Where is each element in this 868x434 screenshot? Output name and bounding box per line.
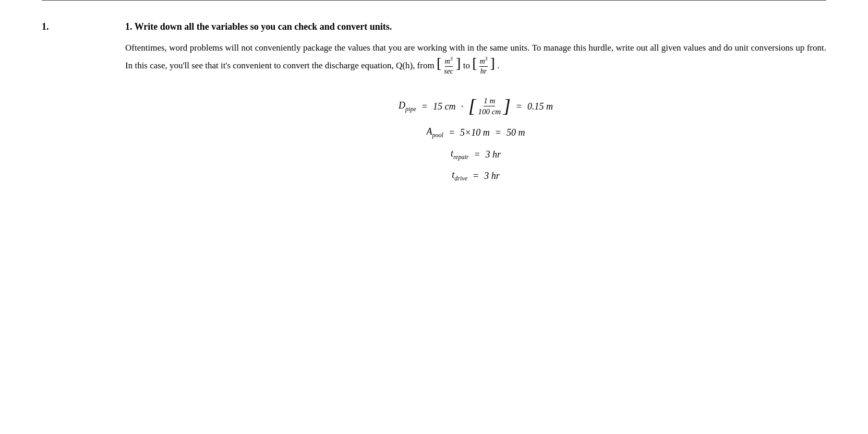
page-container: 1. 1. Write down all the variables so yo… bbox=[0, 0, 868, 434]
section-content: 1. Write down all the variables so you c… bbox=[125, 21, 826, 191]
equation-dpipe: Dpipe = 15 cm · [ 1 m 100 cm ] = 0.15 m bbox=[399, 96, 553, 116]
eq-apool-equals-1: = bbox=[449, 128, 455, 137]
section-1: 1. 1. Write down all the variables so yo… bbox=[42, 21, 826, 191]
eq-dot: · bbox=[461, 102, 463, 111]
fraction-2-den: hr bbox=[480, 67, 487, 76]
eq-tdrive-equals: = bbox=[473, 171, 479, 180]
eq-trepair-result: 3 hr bbox=[486, 150, 501, 159]
fraction-2: m3hr bbox=[478, 56, 489, 76]
fraction-1: m3sec bbox=[442, 56, 455, 76]
eq-dpipe-lhs: Dpipe bbox=[399, 101, 416, 112]
eq-apool-lhs: Apool bbox=[427, 127, 443, 138]
bracket-left-1: [ bbox=[437, 55, 441, 71]
eq-apool-5x10: 5×10 m bbox=[460, 128, 490, 137]
big-bracket-left-1: [ bbox=[468, 95, 476, 116]
section-title: 1. Write down all the variables so you c… bbox=[125, 21, 826, 32]
body-paragraph: Oftentimes, word problems will not conve… bbox=[125, 41, 826, 76]
bracket-right-1: ] bbox=[456, 55, 461, 71]
to-text: to bbox=[463, 60, 472, 70]
bracket-left-2: [ bbox=[472, 55, 477, 71]
eq-tdrive-result: 3 hr bbox=[484, 171, 500, 180]
equation-trepair: trepair = 3 hr bbox=[451, 149, 501, 160]
eq-trepair-lhs: trepair bbox=[451, 149, 469, 160]
eq-equals-2: = bbox=[516, 102, 522, 111]
frac-den-100cm: 100 cm bbox=[478, 106, 501, 116]
eq-apool-result: 50 m bbox=[507, 128, 525, 137]
eq-dpipe-result: 0.15 m bbox=[527, 102, 553, 111]
top-rule bbox=[42, 0, 826, 1]
big-bracket-right-1: ] bbox=[503, 95, 511, 116]
equation-apool: Apool = 5×10 m = 50 m bbox=[427, 127, 525, 138]
equations-block: Dpipe = 15 cm · [ 1 m 100 cm ] = 0.15 m bbox=[125, 91, 826, 187]
fraction-from: [m3sec] bbox=[437, 60, 463, 70]
bracket-right-2: ] bbox=[490, 55, 495, 71]
fraction-2-num: m3 bbox=[479, 56, 487, 67]
paragraph-end: . bbox=[497, 60, 499, 70]
frac-1m-100cm: 1 m 100 cm bbox=[478, 96, 501, 116]
eq-equals-1: = bbox=[421, 102, 428, 111]
equation-tdrive: tdrive = 3 hr bbox=[452, 170, 499, 182]
eq-dpipe-bracket: [ 1 m 100 cm ] bbox=[468, 96, 511, 116]
eq-dpipe-15cm: 15 cm bbox=[433, 102, 456, 111]
fraction-1-den: sec bbox=[444, 67, 453, 76]
fraction-to: [m3hr] bbox=[472, 60, 497, 70]
eq-apool-equals-2: = bbox=[495, 128, 501, 137]
fraction-1-num: m3 bbox=[445, 56, 453, 67]
frac-num-1m: 1 m bbox=[484, 96, 495, 106]
eq-trepair-equals: = bbox=[474, 150, 480, 159]
section-number: 1. bbox=[42, 21, 125, 191]
eq-tdrive-lhs: tdrive bbox=[452, 170, 467, 182]
